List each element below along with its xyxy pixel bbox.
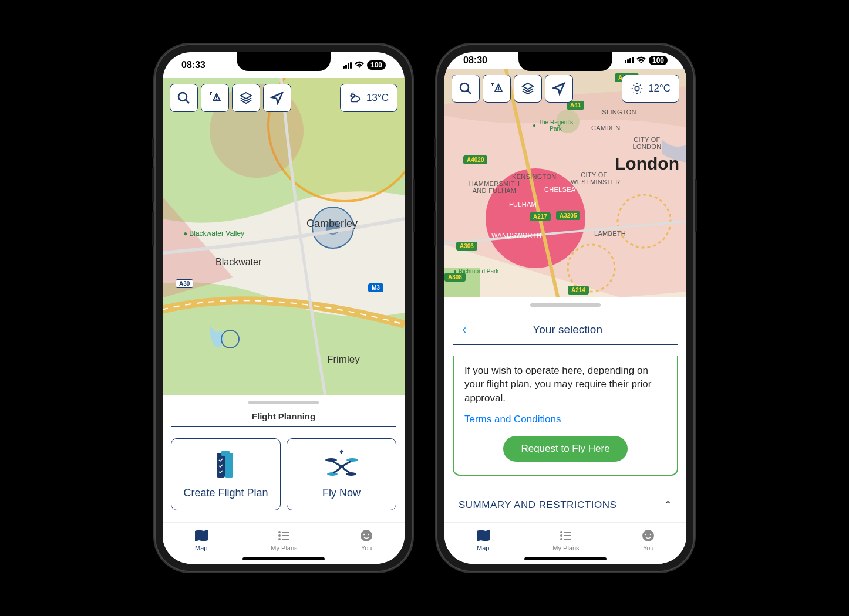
district-label: ISLINGTON [600, 109, 636, 116]
svg-point-18 [346, 472, 356, 476]
nav-my-plans[interactable]: My Plans [271, 529, 297, 551]
svg-point-37 [642, 530, 654, 541]
phone-right: 08:30 100 [436, 44, 695, 572]
selection-panel: ‹ Your selection If you wish to operate … [444, 297, 686, 564]
create-flight-plan-button[interactable]: Create Flight Plan [171, 438, 281, 510]
svg-point-15 [346, 458, 358, 462]
approval-text: If you wish to operate here, depending o… [464, 364, 666, 405]
map-icon [194, 529, 209, 543]
road-badge: A214 [568, 286, 589, 295]
flight-planning-panel: Flight Planning Create Flight Plan Fly N… [163, 395, 405, 564]
svg-point-8 [178, 93, 187, 101]
map-place-label: Camberley [306, 218, 358, 230]
svg-point-22 [361, 530, 372, 541]
map-view[interactable]: 13°C Camberley Blackwater Frimley Blackw… [163, 78, 405, 395]
district-label: FULHAM [509, 201, 537, 208]
selection-title: Your selection [466, 323, 669, 336]
svg-point-20 [279, 535, 280, 536]
svg-point-35 [561, 535, 562, 536]
road-badge: A217 [530, 212, 551, 221]
svg-point-24 [368, 534, 369, 535]
road-badge: A3205 [556, 211, 580, 220]
search-button[interactable] [452, 75, 480, 103]
weather-button[interactable]: 12°C [622, 75, 679, 103]
district-label: CITY OF WESTMINSTER [571, 171, 618, 185]
drone-icon [324, 449, 359, 480]
temperature: 13°C [366, 92, 389, 104]
svg-point-33 [635, 86, 639, 90]
battery-icon: 100 [649, 56, 668, 65]
svg-point-23 [363, 534, 365, 535]
drag-handle[interactable] [530, 303, 601, 307]
locate-button[interactable] [263, 84, 291, 112]
clock: 08:30 [463, 55, 487, 66]
svg-point-31 [460, 83, 469, 92]
nav-you[interactable]: You [359, 529, 373, 551]
svg-point-36 [561, 539, 562, 540]
phone-left: 08:33 100 [154, 44, 413, 572]
district-label: CHELSEA [544, 186, 575, 193]
nav-my-plans[interactable]: My Plans [552, 529, 579, 551]
sun-icon [631, 82, 644, 95]
svg-point-34 [561, 532, 562, 533]
district-label: CAMDEN [591, 124, 620, 131]
park-label: The Regent's Park [533, 119, 574, 132]
svg-point-17 [327, 472, 338, 476]
road-badge: A308 [444, 273, 466, 282]
approval-box: If you wish to operate here, depending o… [453, 356, 678, 476]
clipboard-icon [213, 449, 239, 480]
clock: 08:33 [181, 60, 205, 70]
terms-link[interactable]: Terms and Conditions [464, 414, 666, 425]
temperature: 12°C [648, 83, 671, 94]
road-badge: A30 [176, 279, 193, 288]
wifi-icon [354, 61, 365, 69]
nav-map[interactable]: Map [476, 529, 491, 551]
summary-toggle[interactable]: SUMMARY AND RESTRICTIONS ⌃ [444, 488, 686, 522]
map-place-label: Frimley [327, 354, 360, 365]
list-icon [277, 529, 291, 543]
svg-point-9 [217, 99, 217, 100]
cloud-sun-icon [349, 92, 362, 104]
signal-icon [625, 57, 634, 63]
map-icon [476, 529, 491, 543]
layers-button[interactable] [232, 84, 260, 112]
park-label: Blackwater Valley [183, 229, 244, 238]
svg-point-32 [498, 89, 499, 90]
nav-you[interactable]: You [641, 529, 655, 551]
smile-icon [641, 529, 655, 543]
wifi-icon [636, 56, 646, 65]
layers-button[interactable] [514, 75, 542, 103]
smile-icon [359, 529, 373, 543]
district-label: KENSINGTON [512, 173, 557, 180]
road-badge: M3 [368, 283, 383, 292]
district-label: WANDSWORTH [491, 232, 541, 239]
hazard-button[interactable] [201, 84, 229, 112]
svg-rect-11 [217, 453, 225, 478]
locate-button[interactable] [545, 75, 573, 103]
svg-point-14 [325, 458, 337, 462]
search-button[interactable] [170, 84, 198, 112]
district-label: CITY OF LONDON [632, 136, 662, 150]
home-indicator[interactable] [242, 557, 325, 560]
district-label: HAMMERSMITH AND FULHAM [468, 180, 521, 194]
back-button[interactable]: ‹ [462, 322, 466, 337]
request-fly-button[interactable]: Request to Fly Here [503, 436, 627, 462]
road-badge: A4020 [463, 155, 487, 164]
drag-handle[interactable] [248, 401, 319, 404]
svg-point-21 [279, 539, 280, 540]
fly-now-button[interactable]: Fly Now [287, 438, 396, 510]
panel-title: Flight Planning [163, 411, 405, 421]
road-badge: A306 [456, 242, 477, 251]
home-indicator[interactable] [524, 557, 607, 560]
map-view[interactable]: 12°C London ISLINGTON CAMDEN CITY OF LON… [444, 69, 686, 297]
map-city-label: London [615, 154, 679, 174]
chevron-up-icon: ⌃ [663, 499, 672, 512]
nav-map[interactable]: Map [194, 529, 209, 551]
svg-rect-13 [221, 451, 230, 456]
svg-point-19 [279, 532, 280, 533]
svg-point-38 [645, 534, 646, 535]
district-label: LAMBETH [594, 230, 626, 237]
hazard-button[interactable] [483, 75, 511, 103]
weather-button[interactable]: 13°C [340, 84, 397, 112]
svg-point-39 [650, 534, 651, 535]
